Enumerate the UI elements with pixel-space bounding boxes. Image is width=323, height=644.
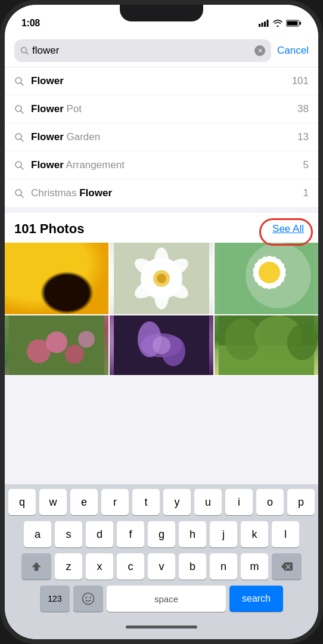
number-key[interactable]: 123: [40, 586, 70, 612]
key-u[interactable]: u: [194, 489, 222, 515]
key-b[interactable]: b: [179, 553, 206, 580]
search-container: flower ✕ Cancel: [5, 35, 318, 67]
svg-rect-6: [287, 21, 298, 26]
status-time: 1:08: [21, 18, 40, 29]
key-c[interactable]: c: [117, 553, 144, 580]
photo-cell-garden[interactable]: [215, 315, 318, 375]
shift-key[interactable]: [21, 553, 51, 580]
svg-rect-2: [264, 21, 266, 27]
shift-icon: [31, 561, 42, 572]
key-r[interactable]: r: [101, 489, 129, 515]
svg-point-50: [153, 336, 170, 354]
key-h[interactable]: h: [179, 521, 206, 547]
search-icon: [20, 47, 29, 55]
suggestion-item[interactable]: Flower Pot 38: [5, 95, 318, 123]
photo-cell-pink[interactable]: [5, 315, 108, 375]
emoji-icon: [82, 592, 95, 605]
key-t[interactable]: t: [132, 489, 160, 515]
search-key[interactable]: search: [229, 586, 283, 612]
suggestion-count: 13: [297, 131, 309, 143]
key-f[interactable]: f: [117, 521, 144, 547]
battery-icon: [286, 20, 302, 27]
see-all-button[interactable]: See All: [268, 221, 309, 237]
home-bar: [126, 626, 197, 628]
key-y[interactable]: y: [163, 489, 191, 515]
search-icon: [14, 76, 24, 86]
key-o[interactable]: o: [256, 489, 284, 515]
suggestion-text: Flower Pot: [31, 103, 297, 115]
key-m[interactable]: m: [241, 553, 268, 580]
key-n[interactable]: n: [210, 553, 237, 580]
svg-line-16: [21, 167, 23, 169]
suggestion-text: Flower Arrangement: [31, 159, 303, 171]
photo-cell-bee[interactable]: [5, 243, 108, 314]
svg-rect-5: [300, 22, 302, 25]
svg-line-12: [21, 111, 23, 113]
suggestion-count: 1: [303, 187, 309, 199]
search-input[interactable]: flower: [32, 45, 251, 57]
keyboard-bottom-row: 123 space search: [7, 586, 316, 612]
photo-cell-daisy[interactable]: [215, 243, 318, 314]
svg-point-58: [83, 593, 94, 605]
signal-icon: [259, 20, 269, 27]
status-icons: [259, 20, 302, 27]
search-clear-button[interactable]: ✕: [254, 45, 265, 56]
key-e[interactable]: e: [70, 489, 98, 515]
suggestion-item[interactable]: Flower Arrangement 5: [5, 151, 318, 179]
key-p[interactable]: p: [287, 489, 315, 515]
suggestion-text: Flower: [31, 75, 292, 87]
white-flower-svg: [110, 243, 213, 314]
svg-point-43: [46, 332, 67, 353]
search-icon: [14, 132, 24, 142]
svg-point-40: [259, 262, 280, 283]
svg-point-45: [78, 331, 95, 348]
svg-line-18: [21, 195, 23, 197]
photo-cell-purple[interactable]: [110, 315, 213, 375]
suggestion-item[interactable]: Flower Garden 13: [5, 123, 318, 151]
cancel-button[interactable]: Cancel: [277, 45, 309, 57]
svg-line-8: [26, 52, 29, 55]
key-l[interactable]: l: [272, 521, 299, 547]
key-j[interactable]: j: [210, 521, 237, 547]
status-bar: 1:08: [5, 5, 318, 35]
delete-icon: [281, 562, 293, 571]
svg-point-55: [287, 324, 317, 360]
garden-svg: [215, 315, 318, 375]
key-a[interactable]: a: [24, 521, 51, 547]
daisy-svg: [215, 243, 318, 314]
svg-rect-1: [262, 23, 263, 27]
pink-flower-svg: [5, 315, 108, 375]
key-x[interactable]: x: [86, 553, 113, 580]
photos-count-title: 101 Photos: [14, 221, 84, 237]
suggestions-list: Flower 101 Flower Pot 38 Flower Garden: [5, 67, 318, 207]
key-k[interactable]: k: [241, 521, 268, 547]
suggestion-item[interactable]: Flower 101: [5, 67, 318, 95]
keyboard-row-1: q w e r t y u i o p: [7, 489, 316, 515]
key-i[interactable]: i: [225, 489, 253, 515]
key-s[interactable]: s: [55, 521, 82, 547]
key-v[interactable]: v: [148, 553, 175, 580]
svg-line-10: [21, 83, 23, 85]
key-w[interactable]: w: [39, 489, 67, 515]
svg-rect-0: [259, 24, 260, 27]
svg-line-14: [21, 139, 23, 141]
suggestion-item[interactable]: Christmas Flower 1: [5, 179, 318, 207]
search-icon: [14, 160, 24, 170]
key-g[interactable]: g: [148, 521, 175, 547]
notch: [120, 5, 203, 21]
key-z[interactable]: z: [55, 553, 82, 580]
delete-key[interactable]: [272, 553, 302, 580]
space-key[interactable]: space: [107, 586, 226, 612]
photos-section: 101 Photos See All: [5, 213, 318, 376]
suggestion-text: Flower Garden: [31, 131, 297, 143]
search-bar[interactable]: flower ✕: [14, 39, 271, 62]
search-icon: [14, 188, 24, 198]
photo-cell-white-flower[interactable]: [110, 243, 213, 314]
keyboard: q w e r t y u i o p a s d f g h j k: [5, 484, 318, 639]
key-d[interactable]: d: [86, 521, 113, 547]
suggestion-count: 38: [297, 103, 309, 115]
svg-rect-3: [267, 20, 269, 27]
emoji-key[interactable]: [73, 586, 103, 612]
svg-point-44: [65, 345, 84, 364]
key-q[interactable]: q: [8, 489, 36, 515]
